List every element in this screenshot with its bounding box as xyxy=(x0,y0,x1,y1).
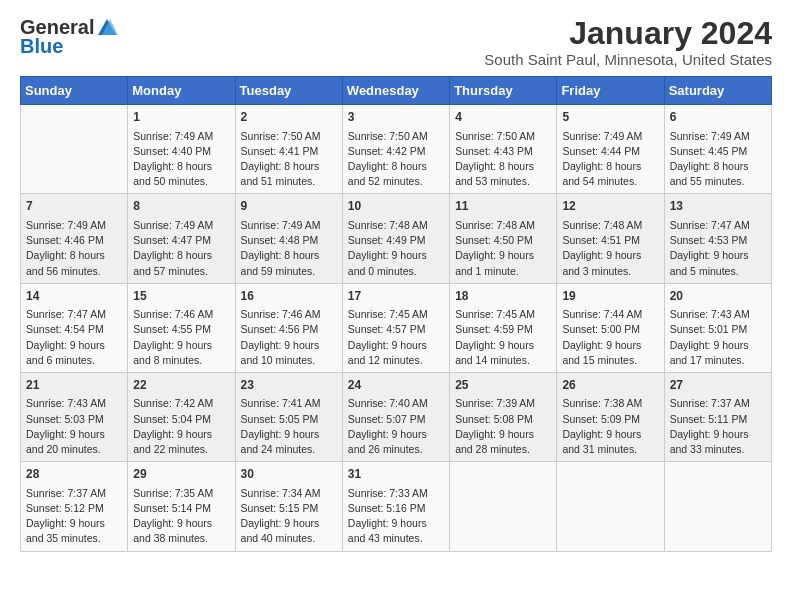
calendar-cell: 5Sunrise: 7:49 AM Sunset: 4:44 PM Daylig… xyxy=(557,105,664,194)
calendar-week-row: 7Sunrise: 7:49 AM Sunset: 4:46 PM Daylig… xyxy=(21,194,772,283)
day-number: 6 xyxy=(670,109,766,126)
day-info: Sunrise: 7:43 AM Sunset: 5:03 PM Dayligh… xyxy=(26,396,122,457)
day-info: Sunrise: 7:48 AM Sunset: 4:50 PM Dayligh… xyxy=(455,218,551,279)
day-number: 19 xyxy=(562,288,658,305)
calendar-cell: 1Sunrise: 7:49 AM Sunset: 4:40 PM Daylig… xyxy=(128,105,235,194)
day-number: 12 xyxy=(562,198,658,215)
day-info: Sunrise: 7:35 AM Sunset: 5:14 PM Dayligh… xyxy=(133,486,229,547)
day-info: Sunrise: 7:37 AM Sunset: 5:11 PM Dayligh… xyxy=(670,396,766,457)
calendar-cell: 20Sunrise: 7:43 AM Sunset: 5:01 PM Dayli… xyxy=(664,283,771,372)
weekday-header: Monday xyxy=(128,77,235,105)
calendar-cell: 19Sunrise: 7:44 AM Sunset: 5:00 PM Dayli… xyxy=(557,283,664,372)
day-info: Sunrise: 7:49 AM Sunset: 4:47 PM Dayligh… xyxy=(133,218,229,279)
calendar-cell: 8Sunrise: 7:49 AM Sunset: 4:47 PM Daylig… xyxy=(128,194,235,283)
calendar-week-row: 1Sunrise: 7:49 AM Sunset: 4:40 PM Daylig… xyxy=(21,105,772,194)
day-info: Sunrise: 7:49 AM Sunset: 4:44 PM Dayligh… xyxy=(562,129,658,190)
weekday-header: Thursday xyxy=(450,77,557,105)
page-header: General Blue January 2024 South Saint Pa… xyxy=(20,16,772,68)
calendar-cell: 7Sunrise: 7:49 AM Sunset: 4:46 PM Daylig… xyxy=(21,194,128,283)
day-info: Sunrise: 7:50 AM Sunset: 4:42 PM Dayligh… xyxy=(348,129,444,190)
day-number: 22 xyxy=(133,377,229,394)
calendar-cell: 4Sunrise: 7:50 AM Sunset: 4:43 PM Daylig… xyxy=(450,105,557,194)
calendar-cell xyxy=(557,462,664,551)
calendar-cell: 15Sunrise: 7:46 AM Sunset: 4:55 PM Dayli… xyxy=(128,283,235,372)
day-number: 23 xyxy=(241,377,337,394)
calendar-cell: 6Sunrise: 7:49 AM Sunset: 4:45 PM Daylig… xyxy=(664,105,771,194)
calendar-cell xyxy=(450,462,557,551)
day-info: Sunrise: 7:46 AM Sunset: 4:55 PM Dayligh… xyxy=(133,307,229,368)
title-block: January 2024 South Saint Paul, Minnesota… xyxy=(484,16,772,68)
day-number: 24 xyxy=(348,377,444,394)
day-number: 5 xyxy=(562,109,658,126)
calendar-cell: 18Sunrise: 7:45 AM Sunset: 4:59 PM Dayli… xyxy=(450,283,557,372)
day-info: Sunrise: 7:44 AM Sunset: 5:00 PM Dayligh… xyxy=(562,307,658,368)
weekday-header: Friday xyxy=(557,77,664,105)
day-info: Sunrise: 7:34 AM Sunset: 5:15 PM Dayligh… xyxy=(241,486,337,547)
calendar-cell: 26Sunrise: 7:38 AM Sunset: 5:09 PM Dayli… xyxy=(557,372,664,461)
day-info: Sunrise: 7:39 AM Sunset: 5:08 PM Dayligh… xyxy=(455,396,551,457)
logo-blue-text: Blue xyxy=(20,35,63,58)
calendar-cell: 28Sunrise: 7:37 AM Sunset: 5:12 PM Dayli… xyxy=(21,462,128,551)
day-number: 3 xyxy=(348,109,444,126)
calendar-cell: 23Sunrise: 7:41 AM Sunset: 5:05 PM Dayli… xyxy=(235,372,342,461)
day-number: 13 xyxy=(670,198,766,215)
day-number: 20 xyxy=(670,288,766,305)
day-number: 29 xyxy=(133,466,229,483)
day-info: Sunrise: 7:50 AM Sunset: 4:43 PM Dayligh… xyxy=(455,129,551,190)
day-number: 17 xyxy=(348,288,444,305)
weekday-header-row: SundayMondayTuesdayWednesdayThursdayFrid… xyxy=(21,77,772,105)
weekday-header: Saturday xyxy=(664,77,771,105)
calendar-subtitle: South Saint Paul, Minnesota, United Stat… xyxy=(484,51,772,68)
day-info: Sunrise: 7:49 AM Sunset: 4:46 PM Dayligh… xyxy=(26,218,122,279)
calendar-cell: 13Sunrise: 7:47 AM Sunset: 4:53 PM Dayli… xyxy=(664,194,771,283)
calendar-cell: 2Sunrise: 7:50 AM Sunset: 4:41 PM Daylig… xyxy=(235,105,342,194)
day-number: 25 xyxy=(455,377,551,394)
day-number: 14 xyxy=(26,288,122,305)
calendar-title: January 2024 xyxy=(484,16,772,51)
calendar-cell: 14Sunrise: 7:47 AM Sunset: 4:54 PM Dayli… xyxy=(21,283,128,372)
day-info: Sunrise: 7:47 AM Sunset: 4:54 PM Dayligh… xyxy=(26,307,122,368)
calendar-cell: 31Sunrise: 7:33 AM Sunset: 5:16 PM Dayli… xyxy=(342,462,449,551)
weekday-header: Sunday xyxy=(21,77,128,105)
calendar-week-row: 28Sunrise: 7:37 AM Sunset: 5:12 PM Dayli… xyxy=(21,462,772,551)
day-info: Sunrise: 7:45 AM Sunset: 4:59 PM Dayligh… xyxy=(455,307,551,368)
calendar-cell: 21Sunrise: 7:43 AM Sunset: 5:03 PM Dayli… xyxy=(21,372,128,461)
day-number: 28 xyxy=(26,466,122,483)
calendar-cell: 17Sunrise: 7:45 AM Sunset: 4:57 PM Dayli… xyxy=(342,283,449,372)
day-number: 27 xyxy=(670,377,766,394)
calendar-cell: 29Sunrise: 7:35 AM Sunset: 5:14 PM Dayli… xyxy=(128,462,235,551)
day-info: Sunrise: 7:37 AM Sunset: 5:12 PM Dayligh… xyxy=(26,486,122,547)
day-number: 30 xyxy=(241,466,337,483)
calendar-cell: 22Sunrise: 7:42 AM Sunset: 5:04 PM Dayli… xyxy=(128,372,235,461)
calendar-week-row: 14Sunrise: 7:47 AM Sunset: 4:54 PM Dayli… xyxy=(21,283,772,372)
day-number: 7 xyxy=(26,198,122,215)
day-info: Sunrise: 7:45 AM Sunset: 4:57 PM Dayligh… xyxy=(348,307,444,368)
calendar-cell xyxy=(21,105,128,194)
day-info: Sunrise: 7:33 AM Sunset: 5:16 PM Dayligh… xyxy=(348,486,444,547)
day-info: Sunrise: 7:41 AM Sunset: 5:05 PM Dayligh… xyxy=(241,396,337,457)
day-number: 15 xyxy=(133,288,229,305)
day-info: Sunrise: 7:48 AM Sunset: 4:51 PM Dayligh… xyxy=(562,218,658,279)
day-number: 1 xyxy=(133,109,229,126)
calendar-cell: 27Sunrise: 7:37 AM Sunset: 5:11 PM Dayli… xyxy=(664,372,771,461)
day-info: Sunrise: 7:49 AM Sunset: 4:48 PM Dayligh… xyxy=(241,218,337,279)
day-info: Sunrise: 7:42 AM Sunset: 5:04 PM Dayligh… xyxy=(133,396,229,457)
day-number: 8 xyxy=(133,198,229,215)
day-number: 18 xyxy=(455,288,551,305)
calendar-cell xyxy=(664,462,771,551)
calendar-cell: 12Sunrise: 7:48 AM Sunset: 4:51 PM Dayli… xyxy=(557,194,664,283)
day-number: 11 xyxy=(455,198,551,215)
calendar-table: SundayMondayTuesdayWednesdayThursdayFrid… xyxy=(20,76,772,551)
day-info: Sunrise: 7:49 AM Sunset: 4:45 PM Dayligh… xyxy=(670,129,766,190)
day-number: 21 xyxy=(26,377,122,394)
day-info: Sunrise: 7:43 AM Sunset: 5:01 PM Dayligh… xyxy=(670,307,766,368)
calendar-cell: 30Sunrise: 7:34 AM Sunset: 5:15 PM Dayli… xyxy=(235,462,342,551)
day-info: Sunrise: 7:38 AM Sunset: 5:09 PM Dayligh… xyxy=(562,396,658,457)
day-number: 31 xyxy=(348,466,444,483)
calendar-cell: 25Sunrise: 7:39 AM Sunset: 5:08 PM Dayli… xyxy=(450,372,557,461)
day-number: 2 xyxy=(241,109,337,126)
day-info: Sunrise: 7:47 AM Sunset: 4:53 PM Dayligh… xyxy=(670,218,766,279)
day-number: 4 xyxy=(455,109,551,126)
day-info: Sunrise: 7:48 AM Sunset: 4:49 PM Dayligh… xyxy=(348,218,444,279)
day-number: 10 xyxy=(348,198,444,215)
